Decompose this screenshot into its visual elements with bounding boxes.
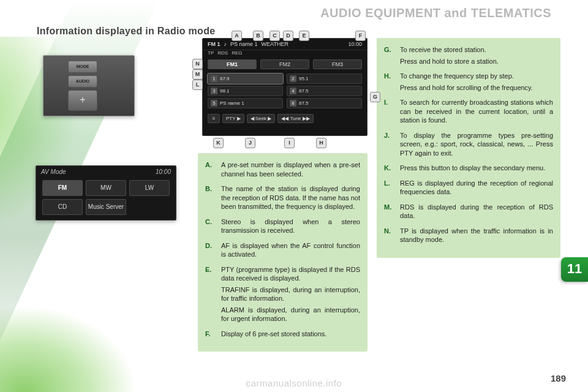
fm-seek-button: ◀ Seek ▶ <box>247 114 276 123</box>
def-H-text-1: To change the frequency step by step. <box>400 72 553 81</box>
fm-note-icon: ♪ <box>224 41 227 47</box>
preset-4: 487.5 <box>287 86 362 96</box>
diagram-radio-screen: FM 1 ♪ PS name 1 WEATHER 10:00 TP RDS RE… <box>202 38 368 136</box>
preset-4-num: 4 <box>290 88 296 94</box>
def-B-text: The name of the station is displayed dur… <box>221 184 360 211</box>
av-mode-title: AV Mode <box>41 168 66 175</box>
preset-6-val: 87.5 <box>299 100 309 106</box>
fm-band: FM 1 <box>208 41 221 47</box>
fm-menu-button: ≡ <box>208 114 220 123</box>
preset-6-num: 6 <box>290 100 296 107</box>
def-K-label: K. <box>384 164 400 175</box>
fm-tab-fm2: FM2 <box>260 59 309 69</box>
section-heading: Information displayed in Radio mode <box>37 26 215 37</box>
def-E-text-1: PTY (programme type) is displayed if the… <box>221 265 360 283</box>
fm-pty-button: PTY ▶ <box>222 114 244 123</box>
def-G-text-2: Press and hold to store a station. <box>400 57 553 66</box>
callout-B: B <box>253 31 263 41</box>
def-C-label: C. <box>205 217 221 238</box>
def-B-label: B. <box>205 184 221 214</box>
preset-2-num: 2 <box>290 75 296 82</box>
av-cell-cd: CD <box>42 199 83 215</box>
callout-D: D <box>283 31 293 41</box>
fm-tab-fm3: FM3 <box>313 59 362 69</box>
def-E-text-3: ALARM is displayed, during an interrupti… <box>221 306 360 323</box>
def-F-label: F. <box>205 330 221 341</box>
definitions-left: A.A pre-set number is displayed when a p… <box>198 153 368 352</box>
fm-clock: 10:00 <box>348 41 362 47</box>
def-M-text: RDS is displayed during the reception of… <box>400 203 553 221</box>
callout-M: M <box>192 69 203 80</box>
def-E-text-2: TRAFINF is displayed, during an interrup… <box>221 285 360 303</box>
def-I-text: To search for currently broadcasting sta… <box>400 98 553 125</box>
preset-3-val: 98.1 <box>220 88 230 94</box>
chapter-tab: 11 <box>561 257 588 282</box>
preset-3-num: 3 <box>211 88 217 94</box>
def-K-text: Press this button to display the seconda… <box>400 164 553 173</box>
volume-plus: + <box>68 90 97 111</box>
preset-5-val: PS name 1 <box>220 100 244 106</box>
audio-button: AUDIO <box>68 75 97 88</box>
callout-N: N <box>192 59 203 69</box>
callout-I: I <box>284 138 295 148</box>
def-A-label: A. <box>205 160 221 181</box>
preset-4-val: 87.5 <box>299 88 309 94</box>
def-J-text: To display the programme types pre-setti… <box>400 131 553 158</box>
callout-G: G <box>370 92 380 102</box>
definitions-right: G.To receive the stored station.Press an… <box>377 38 560 258</box>
callout-J: J <box>245 138 255 148</box>
fm-tag-rds: RDS <box>217 50 228 56</box>
def-F-text: Display of 6 pre-set stored stations. <box>221 330 360 339</box>
callout-C: C <box>270 31 280 41</box>
watermark: carmanualsonline.info <box>0 378 588 388</box>
chapter-title: AUDIO EQUIPMENT and TELEMATICS <box>320 6 551 20</box>
photo-control-panel: MODE AUDIO + <box>43 55 135 116</box>
fm-tune-button: ◀◀ Tune ▶▶ <box>277 114 313 123</box>
def-N-label: N. <box>384 227 400 247</box>
callout-E: E <box>299 31 309 41</box>
def-L-label: L. <box>384 179 400 199</box>
preset-1-val: 87.9 <box>220 76 230 81</box>
def-J-label: J. <box>384 131 400 160</box>
preset-5: 5PS name 1 <box>208 98 283 108</box>
def-D-label: D. <box>205 241 221 262</box>
def-M-label: M. <box>384 203 400 223</box>
mode-button: MODE <box>68 61 97 73</box>
def-H-text-2: Press and hold for scrolling of the freq… <box>400 83 553 92</box>
def-I-label: I. <box>384 98 400 127</box>
def-G-label: G. <box>384 45 400 68</box>
fm-tab-fm1: FM1 <box>208 59 257 69</box>
def-H-label: H. <box>384 72 400 94</box>
av-cell-mw: MW <box>86 180 126 196</box>
preset-1-num: 1 <box>211 75 217 82</box>
av-mode-clock: 10:00 <box>156 168 171 175</box>
fm-weather: WEATHER <box>262 41 288 47</box>
av-cell-music-server: Music Server <box>86 199 126 215</box>
fm-tag-reg: REG <box>232 50 242 56</box>
callout-L: L <box>192 80 203 90</box>
callout-A: A <box>232 31 242 41</box>
def-N-text: TP is displayed when the traffic informa… <box>400 227 553 244</box>
def-E-label: E. <box>205 265 221 326</box>
av-cell-lw: LW <box>129 180 170 196</box>
def-D-text: AF is displayed when the AF control func… <box>221 241 360 259</box>
callout-K: K <box>213 138 224 148</box>
preset-2: 295.1 <box>287 74 362 84</box>
preset-1: 187.9 <box>208 74 283 84</box>
av-cell-fm: FM <box>42 180 83 196</box>
def-C-text: Stereo is displayed when a stereo transm… <box>221 217 360 235</box>
preset-6: 687.5 <box>287 98 362 108</box>
fm-tag-tp: TP <box>208 50 214 56</box>
preset-2-val: 95.1 <box>299 76 309 81</box>
callout-F: F <box>355 31 366 41</box>
preset-5-num: 5 <box>211 100 217 107</box>
def-A-text: A pre-set number is displayed when a pre… <box>221 160 360 178</box>
fm-psname: PS name 1 <box>230 41 258 47</box>
callout-H: H <box>316 138 326 148</box>
photo-av-mode-screen: AV Mode 10:00 FM MW LW CD Music Server <box>36 165 176 221</box>
def-L-text: REG is displayed during the reception of… <box>400 179 553 197</box>
preset-3: 398.1 <box>208 86 283 96</box>
def-G-text-1: To receive the stored station. <box>400 45 553 55</box>
